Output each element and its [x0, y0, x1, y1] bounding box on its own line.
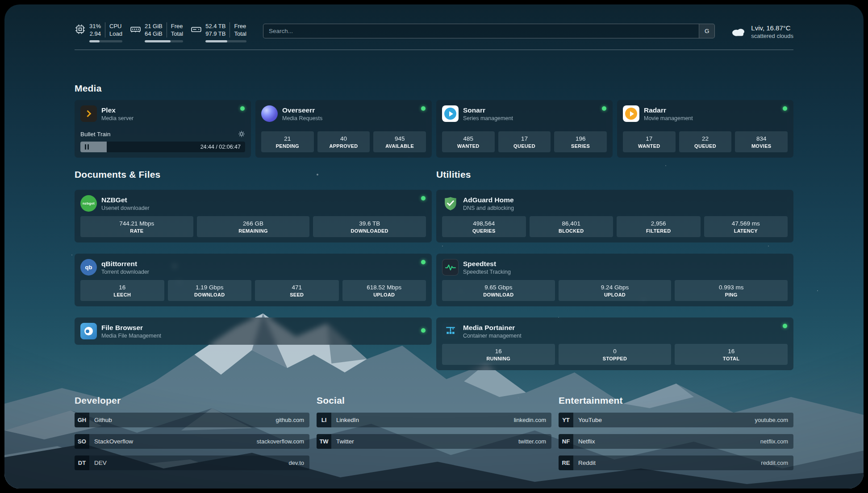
app-name: Radarr	[644, 106, 693, 114]
overseerr-titles: Overseerr Media Requests	[282, 106, 322, 121]
app-name: AdGuard Home	[463, 196, 514, 204]
link-youtube[interactable]: YT YouTube youtube.com	[559, 413, 793, 427]
settings-gear-icon[interactable]	[238, 130, 245, 138]
app-card-qbittorrent[interactable]: qb qBittorrent Torrent downloader 16 LEE…	[75, 254, 432, 306]
pause-icon[interactable]	[85, 144, 89, 150]
cpu-percent: 31%	[89, 22, 105, 30]
middle-grid: Documents & Files nzbget NZBGet Usenet d…	[75, 169, 793, 370]
disk-icon	[191, 24, 202, 35]
link-name: Netflix	[578, 438, 595, 445]
stat-label: AVAILABLE	[385, 143, 414, 149]
stat-box: 21 PENDING	[261, 131, 314, 152]
stat-label: APPROVED	[329, 143, 358, 149]
memory-progress-bar	[145, 40, 183, 42]
stat-label: PING	[725, 292, 738, 297]
speedtest-stats: 9.65 Gbps DOWNLOAD 9.24 Gbps UPLOAD 0.99…	[442, 280, 788, 301]
playback-time: 24:44 / 02:06:47	[200, 144, 241, 150]
cloud-icon	[731, 26, 746, 37]
radarr-head: Radarr Movie management	[623, 105, 788, 122]
app-subtitle: Torrent downloader	[101, 269, 149, 275]
app-name: Sonarr	[463, 106, 513, 114]
linkedin-badge: LI	[317, 413, 331, 427]
stat-value: 9.65 Gbps	[484, 284, 512, 291]
stat-box: 17 WANTED	[623, 131, 676, 152]
section-title-entertainment: Entertainment	[559, 395, 793, 406]
link-reddit[interactable]: RE Reddit reddit.com	[559, 455, 793, 470]
app-card-radarr[interactable]: Radarr Movie management 17 WANTED 22 QUE…	[617, 100, 793, 158]
memory-free: 21 GiB	[145, 22, 167, 30]
link-twitter[interactable]: TW Twitter twitter.com	[317, 434, 551, 449]
stat-box: 9.65 Gbps DOWNLOAD	[442, 280, 555, 301]
stat-box: 266 GB REMAINING	[197, 216, 310, 237]
stat-label: LATENCY	[734, 228, 758, 234]
stat-value: 17	[646, 135, 652, 142]
link-url: dev.to	[289, 460, 304, 466]
app-subtitle: DNS and adblocking	[463, 205, 514, 211]
stat-value: 2,956	[651, 220, 666, 227]
app-name: Speedtest	[463, 260, 511, 268]
stat-value: 39.6 TB	[359, 220, 380, 227]
nzbget-titles: NZBGet Usenet downloader	[101, 196, 150, 211]
app-card-portainer[interactable]: Media Portainer Container management 16 …	[436, 318, 793, 370]
section-title-developer: Developer	[75, 395, 309, 406]
app-subtitle: Container management	[463, 333, 522, 339]
storage-free: 52.4 TB	[205, 22, 230, 30]
app-card-speedtest[interactable]: Speedtest Speedtest Tracking 9.65 Gbps D…	[436, 254, 793, 306]
stat-value: 22	[702, 135, 709, 142]
search-input[interactable]	[263, 24, 699, 38]
stat-label: FILTERED	[646, 228, 671, 234]
link-url: twitter.com	[518, 438, 546, 445]
stat-label: BLOCKED	[559, 228, 584, 234]
section-title-media: Media	[75, 83, 793, 94]
app-card-adguard[interactable]: AdGuard Home DNS and adblocking 498,564 …	[436, 190, 793, 242]
link-github[interactable]: GH Github github.com	[75, 413, 309, 427]
link-linkedin[interactable]: LI LinkedIn linkedin.com	[317, 413, 551, 427]
plex-titles: Plex Media server	[101, 106, 134, 121]
link-name: Reddit	[578, 460, 596, 466]
stat-box: 196 SERIES	[554, 131, 607, 152]
developer-column: Developer GH Github github.com SO StackO…	[75, 395, 309, 470]
weather-widget[interactable]: Lviv, 16.87°C scattered clouds	[731, 24, 793, 39]
stat-value: 47.569 ms	[732, 220, 760, 227]
entertainment-column: Entertainment YT YouTube youtube.com NF …	[559, 395, 793, 470]
stat-value: 0	[613, 348, 617, 355]
stat-label: UPLOAD	[373, 292, 395, 297]
top-bar: 31% CPU 2.94 Load 21 GiB Free 64 GiB Tot…	[75, 4, 793, 42]
stat-label: MOVIES	[751, 143, 772, 149]
link-netflix[interactable]: NF Netflix netflix.com	[559, 434, 793, 449]
memory-total-label: Total	[167, 30, 183, 38]
portainer-titles: Media Portainer Container management	[463, 324, 522, 339]
app-card-filebrowser[interactable]: File Browser Media File Management	[75, 318, 432, 345]
app-card-sonarr[interactable]: Sonarr Series management 485 WANTED 17 Q…	[436, 100, 613, 158]
stat-box: 1.19 Gbps DOWNLOAD	[168, 280, 252, 301]
qbittorrent-head: qb qBittorrent Torrent downloader	[80, 259, 426, 276]
app-card-overseerr[interactable]: Overseerr Media Requests 21 PENDING 40 A…	[255, 100, 432, 158]
now-playing-title: Bullet Train	[80, 131, 111, 138]
app-card-plex[interactable]: Plex Media server Bullet Train	[75, 100, 251, 158]
storage-free-label: Free	[230, 22, 246, 30]
link-dev[interactable]: DT DEV dev.to	[75, 455, 309, 470]
nzbget-head: nzbget NZBGet Usenet downloader	[80, 195, 426, 212]
app-card-nzbget[interactable]: nzbget NZBGet Usenet downloader 744.21 M…	[75, 190, 432, 242]
stat-label: TOTAL	[723, 356, 739, 361]
stat-label: QUERIES	[472, 228, 496, 234]
dev-badge: DT	[75, 455, 89, 470]
memory-total: 64 GiB	[145, 30, 167, 38]
stat-value: 945	[395, 135, 405, 142]
stat-value: 21	[284, 135, 291, 142]
stat-box: 17 QUEUED	[498, 131, 551, 152]
stat-box: 86,401 BLOCKED	[530, 216, 613, 237]
reddit-badge: RE	[559, 455, 573, 470]
stat-box: 22 QUEUED	[679, 131, 732, 152]
stat-value: 618.52 Mbps	[367, 284, 401, 291]
link-stackoverflow[interactable]: SO StackOverflow stackoverflow.com	[75, 434, 309, 449]
stat-value: 834	[756, 135, 767, 142]
stat-value: 16	[728, 348, 734, 355]
dashboard-frame: 31% CPU 2.94 Load 21 GiB Free 64 GiB Tot…	[4, 4, 864, 489]
section-title-documents: Documents & Files	[75, 169, 432, 180]
playback-progress-bar[interactable]: 24:44 / 02:06:47	[80, 142, 245, 152]
search-engine-button[interactable]: G	[699, 24, 714, 38]
link-url: stackoverflow.com	[257, 438, 304, 445]
stat-value: 16	[119, 284, 125, 291]
twitter-badge: TW	[317, 434, 331, 449]
